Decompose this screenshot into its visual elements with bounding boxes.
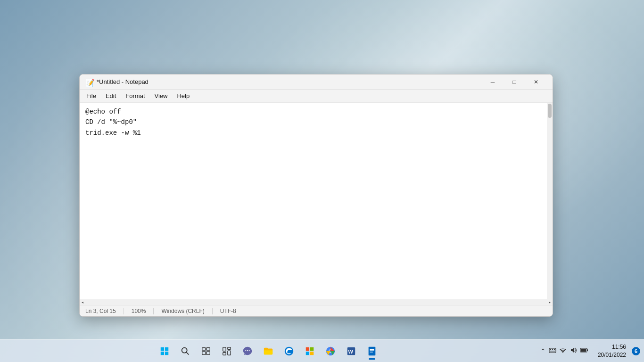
volume-icon[interactable]	[570, 346, 577, 355]
file-explorer-button[interactable]	[259, 342, 278, 361]
chat-button[interactable]	[238, 342, 257, 361]
maximize-button[interactable]: □	[504, 74, 525, 90]
cursor-position: Ln 3, Col 15	[85, 308, 124, 314]
notepad-window: 📝 *Untitled - Notepad ─ □ ✕ File Edit Fo…	[79, 74, 553, 317]
clock-date: 20/01/2022	[598, 351, 626, 359]
svg-line-5	[186, 352, 189, 354]
task-view-button[interactable]	[197, 342, 215, 361]
svg-rect-37	[581, 349, 586, 352]
system-tray: ⌃	[537, 343, 644, 359]
svg-rect-17	[306, 347, 309, 350]
svg-rect-34	[550, 351, 555, 352]
svg-point-35	[562, 352, 563, 353]
window-title: *Untitled - Notepad	[97, 78, 482, 85]
svg-text:W: W	[348, 348, 354, 354]
svg-rect-3	[165, 351, 168, 354]
svg-point-16	[249, 350, 250, 351]
svg-rect-18	[310, 347, 314, 350]
svg-rect-7	[206, 347, 210, 350]
desktop: 📝 *Untitled - Notepad ─ □ ✕ File Edit Fo…	[0, 0, 644, 362]
svg-rect-33	[554, 349, 555, 350]
store-button[interactable]	[300, 342, 319, 361]
svg-rect-2	[161, 351, 164, 354]
svg-rect-10	[223, 347, 226, 351]
system-clock[interactable]: 11:56 20/01/2022	[594, 343, 630, 359]
tray-icons: ⌃	[537, 346, 592, 355]
svg-rect-20	[310, 351, 314, 354]
horizontal-scrollbar[interactable]: ◂ ▸	[80, 299, 553, 305]
word-button[interactable]: W	[342, 342, 361, 361]
search-button[interactable]	[176, 342, 195, 361]
scrollbar-thumb[interactable]	[548, 104, 552, 118]
title-bar: 📝 *Untitled - Notepad ─ □ ✕	[80, 74, 553, 90]
keyboard-icon[interactable]	[549, 346, 556, 355]
encoding: UTF-8	[213, 308, 244, 314]
svg-rect-8	[202, 351, 206, 354]
svg-rect-19	[306, 351, 309, 354]
notepad-taskbar-button[interactable]	[363, 342, 381, 361]
svg-point-15	[247, 350, 248, 351]
menu-format[interactable]: Format	[121, 91, 149, 101]
show-hidden-icons[interactable]: ⌃	[540, 347, 546, 355]
menu-file[interactable]: File	[82, 91, 101, 101]
svg-rect-11	[228, 347, 231, 349]
svg-point-14	[245, 350, 246, 351]
window-controls: ─ □ ✕	[482, 74, 547, 90]
clock-time: 11:56	[598, 343, 626, 351]
close-button[interactable]: ✕	[525, 74, 547, 90]
text-area-container: @echo off CD /d "%~dp0" trid.exe -w %1	[80, 103, 553, 299]
notepad-app-icon: 📝	[85, 78, 93, 86]
battery-icon[interactable]	[580, 346, 588, 355]
zoom-level: 100%	[124, 308, 154, 314]
menu-view[interactable]: View	[150, 91, 173, 101]
scroll-right-arrow[interactable]: ▸	[547, 299, 553, 305]
status-bar: Ln 3, Col 15 100% Windows (CRLF) UTF-8	[80, 305, 553, 316]
taskbar-icons: W	[0, 342, 537, 361]
svg-rect-32	[552, 349, 553, 350]
svg-rect-9	[206, 351, 210, 354]
chrome-button[interactable]	[321, 342, 340, 361]
svg-rect-13	[228, 351, 231, 355]
vertical-scrollbar[interactable]	[547, 103, 553, 299]
svg-point-4	[182, 347, 187, 353]
menu-help[interactable]: Help	[172, 91, 194, 101]
scroll-track[interactable]	[85, 299, 547, 305]
minimize-button[interactable]: ─	[482, 74, 504, 90]
edge-button[interactable]	[280, 342, 298, 361]
menu-edit[interactable]: Edit	[101, 91, 121, 101]
svg-rect-0	[161, 347, 164, 350]
taskbar: W ⌃	[0, 339, 644, 362]
svg-rect-12	[223, 352, 226, 355]
svg-rect-6	[202, 347, 206, 350]
svg-rect-31	[550, 349, 551, 350]
svg-rect-26	[369, 346, 376, 355]
wifi-icon[interactable]	[559, 346, 567, 355]
menu-bar: File Edit Format View Help	[80, 90, 553, 103]
start-button[interactable]	[155, 342, 174, 361]
line-ending: Windows (CRLF)	[154, 308, 212, 314]
notification-button[interactable]: 6	[632, 347, 640, 355]
widgets-button[interactable]	[217, 342, 236, 361]
svg-rect-38	[587, 349, 588, 351]
text-editor[interactable]: @echo off CD /d "%~dp0" trid.exe -w %1	[80, 103, 553, 299]
svg-rect-1	[165, 347, 168, 350]
scroll-left-arrow[interactable]: ◂	[80, 299, 85, 305]
svg-rect-30	[549, 348, 556, 353]
